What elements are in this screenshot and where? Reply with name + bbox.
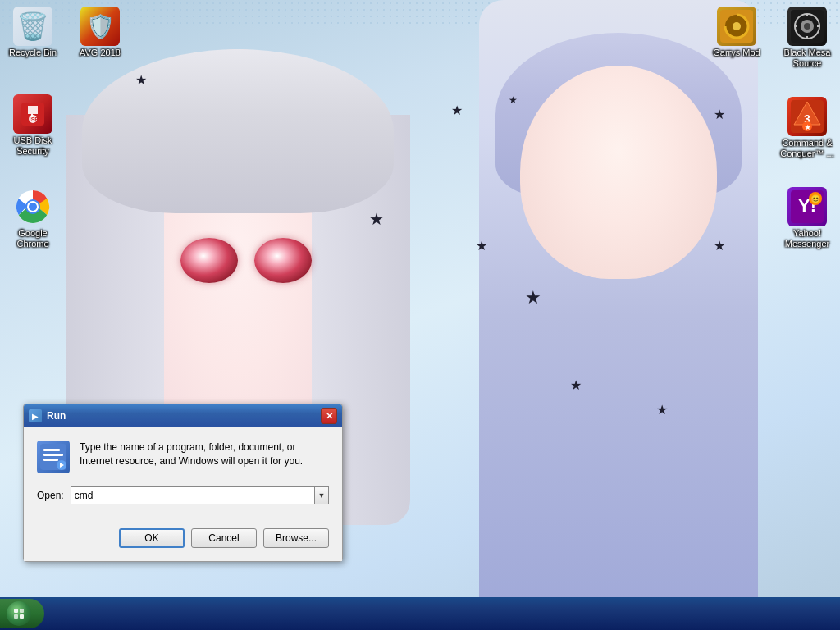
icon-usb-security[interactable]: USB USB Disk Security — [3, 94, 62, 157]
run-dialog: ▶ Run ✕ Type the name of a pro — [23, 404, 343, 562]
run-input[interactable] — [71, 486, 314, 504]
star-decoration-4: ★ — [525, 287, 541, 308]
avg-icon: 🛡️ — [80, 7, 120, 46]
icon-label-yahoo: Yahoo! Messenger — [778, 228, 837, 249]
svg-point-6 — [29, 203, 37, 211]
svg-rect-33 — [20, 614, 24, 619]
star-decoration-2: ★ — [451, 103, 463, 118]
start-orb — [7, 601, 31, 626]
star-decoration-8: ★ — [714, 238, 725, 253]
svg-text:USB: USB — [27, 116, 39, 122]
dialog-title-text: Run — [47, 410, 66, 422]
svg-point-13 — [804, 23, 810, 30]
svg-text:😊: 😊 — [810, 194, 821, 204]
char-right-body — [479, 0, 758, 630]
star-decoration-6: ★ — [509, 94, 518, 106]
char-left-eye-left — [180, 238, 238, 283]
chrome-icon — [13, 187, 52, 226]
icon-label-usb-security: USB Disk Security — [3, 135, 62, 157]
dialog-body: Type the name of a program, folder, docu… — [24, 427, 342, 561]
dialog-buttons: OK Cancel Browse... — [37, 528, 329, 548]
star-decoration-7: ★ — [714, 107, 725, 122]
dialog-separator — [37, 518, 329, 518]
run-input-dropdown[interactable]: ▼ — [314, 486, 329, 504]
taskbar — [0, 597, 840, 630]
icon-label-garrys-mod: Garrys Mod — [707, 48, 766, 58]
desktop: ★ ★ ★ ★ ★ ★ ★ ★ ★ ★ 🗑️ Recycle Bin 🛡️ AV… — [0, 0, 840, 630]
dialog-titlebar: ▶ Run ✕ — [24, 404, 342, 427]
dialog-title-icon: ▶ — [29, 409, 42, 422]
command-conquer-icon: 3 ★ — [788, 97, 827, 136]
svg-text:★: ★ — [805, 124, 811, 131]
icon-label-chrome: Google Chrome — [3, 228, 62, 249]
char-right-face — [520, 66, 717, 279]
dialog-title-section: ▶ Run — [29, 409, 66, 422]
dialog-open-label: Open: — [37, 490, 64, 501]
dialog-close-button[interactable]: ✕ — [321, 408, 337, 424]
icon-black-mesa[interactable]: Black Mesa Source — [778, 7, 837, 69]
recycle-bin-icon: 🗑️ — [13, 7, 52, 46]
yahoo-messenger-icon: Y! 😊 — [788, 187, 827, 226]
svg-rect-32 — [14, 614, 18, 619]
dialog-content-row: Type the name of a program, folder, docu… — [37, 441, 329, 473]
icon-label-avg: AVG 2018 — [71, 48, 130, 58]
dialog-input-wrapper: ▼ — [71, 486, 329, 504]
icon-chrome[interactable]: Google Chrome — [3, 187, 62, 249]
garrys-mod-icon — [717, 7, 756, 46]
dialog-run-icon — [37, 441, 70, 473]
svg-point-9 — [733, 22, 741, 30]
star-decoration-1: ★ — [135, 72, 147, 88]
icon-recycle-bin[interactable]: 🗑️ Recycle Bin — [3, 7, 62, 58]
char-left-eye-right — [254, 238, 312, 283]
ok-button[interactable]: OK — [119, 528, 185, 548]
svg-rect-26 — [43, 459, 58, 461]
svg-rect-24 — [43, 449, 60, 451]
cancel-button[interactable]: Cancel — [191, 528, 257, 548]
star-decoration-10: ★ — [369, 209, 384, 229]
icon-garrys-mod[interactable]: Garrys Mod — [707, 7, 766, 58]
black-mesa-icon — [788, 7, 827, 46]
star-decoration-5: ★ — [570, 377, 582, 393]
icon-label-black-mesa: Black Mesa Source — [778, 48, 837, 69]
svg-rect-30 — [14, 609, 18, 613]
start-button[interactable] — [0, 599, 44, 628]
dialog-description: Type the name of a program, folder, docu… — [80, 441, 329, 468]
star-decoration-9: ★ — [656, 402, 668, 418]
svg-rect-25 — [43, 454, 63, 456]
usb-security-icon: USB — [13, 94, 52, 134]
star-decoration-3: ★ — [476, 238, 487, 253]
icon-avg[interactable]: 🛡️ AVG 2018 — [71, 7, 130, 58]
char-left-hair-top — [82, 49, 394, 213]
icon-command-conquer[interactable]: 3 ★ Command & Conquer™ ... — [778, 97, 837, 159]
svg-rect-31 — [20, 609, 24, 613]
icon-label-command-conquer: Command & Conquer™ ... — [778, 138, 837, 159]
icon-label-recycle-bin: Recycle Bin — [3, 48, 62, 58]
icon-yahoo[interactable]: Y! 😊 Yahoo! Messenger — [778, 187, 837, 249]
browse-button[interactable]: Browse... — [263, 528, 329, 548]
dialog-input-row: Open: ▼ — [37, 486, 329, 504]
